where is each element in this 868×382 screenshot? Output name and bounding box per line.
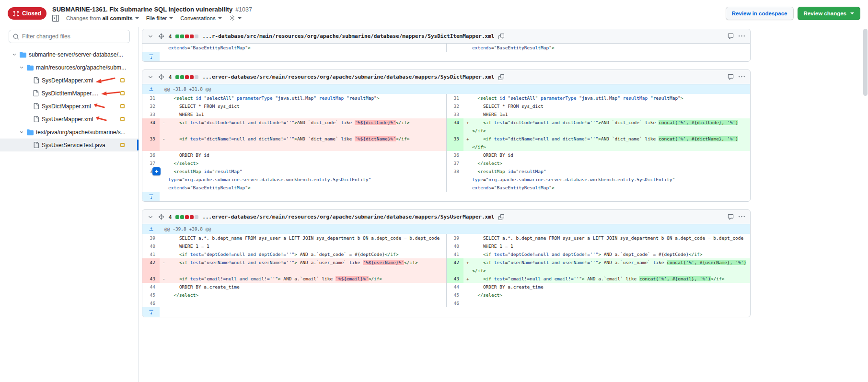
expand-row — [142, 52, 750, 61]
line-number-new[interactable]: 42 — [446, 258, 463, 275]
files-toolbar: Changes from all commits File filter Con… — [52, 15, 252, 22]
diff-row: 45 </select>45 </select> — [142, 291, 750, 299]
tree-file-item[interactable]: SysDictItemMapper.xml — [0, 87, 139, 100]
line-number-old[interactable]: 43 — [142, 275, 160, 283]
file-icon — [33, 142, 39, 148]
drag-file-icon[interactable] — [158, 73, 165, 81]
chevron-down-icon — [850, 12, 854, 14]
sidebar-toggle-icon[interactable] — [52, 15, 59, 22]
line-number-old[interactable]: 41 — [142, 250, 160, 258]
review-changes-button[interactable]: Review changes — [798, 7, 860, 20]
line-number-old[interactable]: 37 — [142, 159, 160, 167]
code-line-old: - <if test="dictCode!=null and dictCode!… — [160, 118, 446, 135]
expand-down-button[interactable] — [142, 52, 160, 61]
line-number-new[interactable]: 39 — [446, 234, 463, 242]
expand-up-button[interactable] — [142, 224, 160, 234]
addition-marker: + — [466, 118, 469, 127]
pr-header-actions: Review in codespace Review changes — [726, 7, 860, 20]
tree-file-item[interactable]: SysDeptMapper.xml — [0, 74, 139, 87]
line-number-new[interactable]: 40 — [446, 242, 463, 250]
line-number-old[interactable]: 34 — [142, 118, 160, 135]
copy-path-button[interactable] — [498, 214, 505, 220]
modified-status-icon — [120, 78, 125, 82]
file-diff-card: 4 ...erver-database/src/main/resources/o… — [142, 69, 751, 202]
drag-file-icon[interactable] — [158, 213, 165, 220]
pr-header-left: Closed SUBMARINE-1361. Fix Submarine SQL… — [8, 6, 252, 22]
annotation-arrow — [95, 75, 116, 85]
changed-lines-count: 4 — [169, 74, 172, 80]
file-tree: submarine-server/server-database/...main… — [0, 48, 139, 151]
line-number-new[interactable]: 37 — [446, 159, 463, 167]
file-comment-button[interactable] — [727, 33, 734, 40]
line-number-new[interactable]: 33 — [446, 110, 463, 118]
diff-settings-menu[interactable] — [229, 15, 242, 21]
line-number-old[interactable]: 40 — [142, 242, 160, 250]
file-options-kebab-button[interactable] — [738, 73, 745, 81]
commits-range-menu[interactable]: Changes from all commits — [66, 15, 139, 21]
line-number-new[interactable]: 35 — [446, 135, 463, 151]
commits-range-prefix: Changes from — [66, 15, 101, 21]
collapse-file-button[interactable] — [147, 74, 154, 81]
collapse-file-button[interactable] — [147, 33, 154, 40]
copy-path-button[interactable] — [498, 33, 505, 40]
file-options-kebab-button[interactable] — [738, 213, 745, 220]
line-number-new[interactable]: 43 — [446, 275, 463, 283]
line-number-old[interactable]: 32 — [142, 102, 160, 110]
line-number-new[interactable]: 46 — [446, 299, 463, 307]
tree-file-item[interactable]: SysUserMapper.xml — [0, 113, 139, 126]
chevron-down-icon[interactable] — [12, 52, 17, 57]
chevron-down-icon — [238, 17, 242, 19]
tree-folder-item[interactable]: submarine-server/server-database/... — [0, 48, 139, 61]
expand-down-button[interactable] — [142, 307, 160, 317]
code-line-old: ORDER BY id — [160, 151, 446, 159]
hunk-header: @@ -39,8 +39,8 @@ — [160, 224, 750, 234]
line-number-new[interactable]: 36 — [446, 151, 463, 159]
drag-file-icon[interactable] — [158, 33, 165, 40]
file-comment-button[interactable] — [727, 213, 734, 220]
code-line-old: </select> — [160, 159, 446, 167]
line-number-new[interactable] — [446, 44, 463, 52]
line-number-old[interactable]: 46 — [142, 299, 160, 307]
chevron-down-icon[interactable] — [19, 130, 24, 135]
line-number-new[interactable]: 31 — [446, 94, 463, 102]
scrollbar-thumb[interactable] — [863, 29, 868, 96]
add-line-comment-button[interactable]: + — [152, 167, 161, 175]
line-number-new[interactable]: 41 — [446, 250, 463, 258]
file-filter-input[interactable] — [22, 33, 126, 40]
line-number-new[interactable]: 45 — [446, 291, 463, 299]
line-number-new[interactable]: 32 — [446, 102, 463, 110]
tree-folder-item[interactable]: main/resources/org/apache/subm... — [0, 61, 139, 74]
line-number-old[interactable]: 35 — [142, 135, 160, 151]
file-filter-menu[interactable]: File filter — [146, 15, 173, 21]
line-number-old[interactable]: 42 — [142, 258, 160, 275]
collapse-file-button[interactable] — [147, 214, 154, 220]
review-in-codespace-button[interactable]: Review in codespace — [726, 7, 794, 20]
line-number-old[interactable]: 39 — [142, 234, 160, 242]
line-number-old[interactable]: 45 — [142, 291, 160, 299]
expand-up-button[interactable] — [142, 84, 160, 94]
deletion-marker: - — [162, 135, 165, 143]
line-number-new[interactable]: 38 — [446, 167, 463, 192]
tree-file-item[interactable]: SysUserServiceTest.java — [0, 139, 139, 151]
line-number-new[interactable]: 34 — [446, 118, 463, 135]
page-scrollbar[interactable] — [863, 29, 868, 379]
code-line-old: WHERE 1 = 1 — [160, 242, 446, 250]
file-comment-button[interactable] — [727, 73, 734, 81]
line-number-old[interactable]: 44 — [142, 283, 160, 291]
chevron-down-icon — [169, 17, 173, 19]
diff-row: 44 ORDER BY a.create_time44 ORDER BY a.c… — [142, 283, 750, 291]
line-number-old[interactable] — [142, 44, 160, 52]
tree-folder-item[interactable]: test/java/org/apache/submarine/s... — [0, 126, 139, 139]
tree-file-item[interactable]: SysDictMapper.xml — [0, 100, 139, 113]
file-options-kebab-button[interactable] — [738, 33, 745, 40]
line-number-old[interactable]: 33 — [142, 110, 160, 118]
copy-path-button[interactable] — [498, 74, 505, 81]
chevron-down-icon[interactable] — [19, 65, 24, 70]
line-number-old[interactable]: 36 — [142, 151, 160, 159]
conversations-menu[interactable]: Conversations — [180, 15, 222, 21]
line-number-old[interactable]: 31 — [142, 94, 160, 102]
code-line-old — [160, 299, 446, 307]
expand-down-button[interactable] — [142, 192, 160, 201]
code-line-old: + <resultMap id="resultMap" type="org.ap… — [160, 167, 446, 192]
line-number-new[interactable]: 44 — [446, 283, 463, 291]
